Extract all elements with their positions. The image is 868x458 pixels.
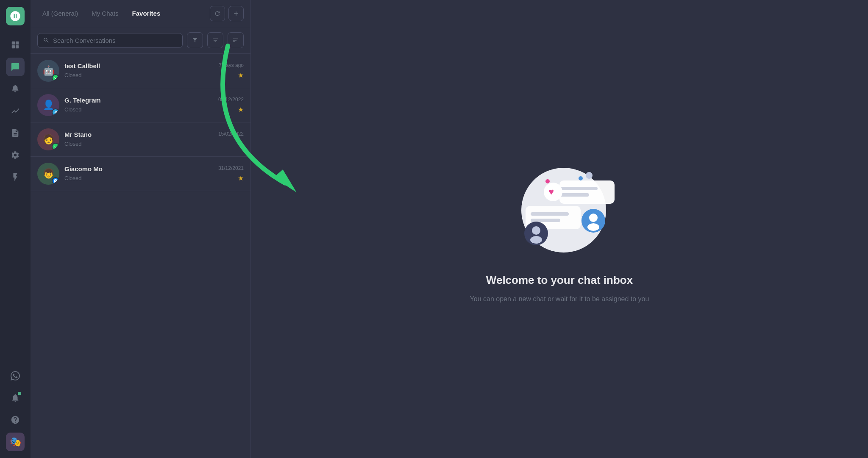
conversation-content: G. Telegram 05/12/2022 Closed ★: [64, 97, 244, 114]
search-bar: [31, 27, 250, 54]
star-icon: ★: [238, 140, 244, 148]
sidebar-item-analytics[interactable]: [6, 102, 25, 120]
conversation-time: 31/12/2021: [218, 165, 244, 171]
conversation-status: Closed: [64, 175, 81, 181]
conversation-name: test Callbell: [64, 62, 100, 69]
avatar: 👦: [37, 163, 59, 185]
inbox-filter-button[interactable]: [187, 32, 203, 48]
svg-rect-2: [12, 45, 15, 48]
sidebar-item-chat[interactable]: [6, 58, 25, 76]
svg-rect-6: [559, 180, 615, 204]
tab-actions: [210, 6, 244, 21]
conversation-item[interactable]: 👤 G. Telegram 05/12/2022 Closed ★: [31, 88, 250, 122]
welcome-subtitle: You can open a new chat or wait for it t…: [470, 295, 649, 303]
search-input-wrap[interactable]: [37, 33, 183, 48]
channel-badge-telegram: [52, 108, 59, 116]
nav-bar: 🎭: [0, 0, 31, 458]
conversation-name: Mr Stano: [64, 131, 92, 138]
svg-text:♥: ♥: [548, 186, 554, 197]
svg-point-16: [587, 223, 599, 231]
search-input[interactable]: [53, 37, 177, 44]
welcome-wrap: ♥ Welcome t: [470, 155, 649, 303]
conversation-content: Mr Stano 15/02/2022 Closed ★: [64, 131, 244, 148]
avatar: 👤: [37, 94, 59, 116]
svg-rect-12: [531, 212, 569, 216]
conversation-name: Giacomo Mo: [64, 165, 103, 172]
conversation-time: 7 days ago: [219, 62, 244, 68]
conversation-status: Closed: [64, 141, 81, 147]
conversation-status: Closed: [64, 106, 81, 113]
conversation-item[interactable]: 🤖 test Callbell 7 days ago Closed ★: [31, 54, 250, 88]
conversation-item[interactable]: 🧑 Mr Stano 15/02/2022 Closed ★: [31, 122, 250, 157]
conversation-status: Closed: [64, 72, 81, 78]
sidebar-item-settings[interactable]: [6, 146, 25, 164]
sidebar-item-help[interactable]: [6, 411, 25, 429]
main-content: ♥ Welcome t: [251, 0, 868, 458]
svg-point-20: [579, 176, 583, 180]
conversation-name: G. Telegram: [64, 97, 101, 104]
search-icon: [43, 37, 50, 44]
channel-badge-whatsapp: [52, 143, 59, 150]
sidebar-item-dashboard[interactable]: [6, 36, 25, 54]
sidebar-item-broadcast[interactable]: [6, 80, 25, 98]
sidebar-item-notifications[interactable]: [6, 389, 25, 407]
svg-rect-13: [531, 219, 560, 222]
conversation-content: Giacomo Mo 31/12/2021 Closed ★: [64, 165, 244, 182]
conversation-time: 15/02/2022: [218, 131, 244, 137]
conversation-list: 🤖 test Callbell 7 days ago Closed ★ 👤: [31, 54, 250, 458]
filter-button[interactable]: [207, 32, 223, 48]
app-logo: [6, 7, 25, 25]
svg-rect-0: [12, 42, 15, 44]
svg-point-19: [530, 236, 542, 244]
svg-point-21: [586, 172, 593, 179]
conversation-content: test Callbell 7 days ago Closed ★: [64, 62, 244, 79]
svg-point-15: [589, 214, 598, 222]
welcome-title: Welcome to your chat inbox: [486, 274, 633, 287]
avatar: 🤖: [37, 60, 59, 82]
tab-mychats[interactable]: My Chats: [86, 7, 123, 19]
sidebar-item-lightning[interactable]: [6, 168, 25, 186]
svg-rect-3: [16, 45, 19, 48]
svg-point-18: [532, 226, 540, 235]
conversation-panel: All (General) My Chats Favorites: [31, 0, 251, 458]
svg-point-22: [545, 179, 550, 183]
channel-badge-whatsapp: [52, 74, 59, 82]
sidebar-item-notes[interactable]: [6, 124, 25, 142]
sidebar-item-whatsapp[interactable]: [6, 366, 25, 385]
refresh-button[interactable]: [210, 6, 225, 21]
sort-button[interactable]: [228, 32, 244, 48]
user-avatar[interactable]: 🎭: [6, 433, 25, 451]
channel-badge-messenger: [52, 177, 59, 185]
conversation-time: 05/12/2022: [218, 97, 244, 103]
svg-rect-1: [16, 42, 19, 44]
conversation-item[interactable]: 👦 Giacomo Mo 31/12/2021 Closed ★: [31, 157, 250, 191]
svg-rect-7: [559, 187, 598, 190]
tab-favorites[interactable]: Favorites: [127, 7, 166, 19]
add-conversation-button[interactable]: [228, 6, 244, 21]
star-icon: ★: [238, 174, 244, 182]
tab-all[interactable]: All (General): [37, 7, 83, 19]
svg-rect-8: [559, 193, 589, 197]
tabs-bar: All (General) My Chats Favorites: [31, 0, 250, 27]
welcome-illustration: ♥: [500, 155, 619, 265]
star-icon: ★: [238, 105, 244, 114]
avatar: 🧑: [37, 128, 59, 150]
star-icon: ★: [238, 71, 244, 79]
